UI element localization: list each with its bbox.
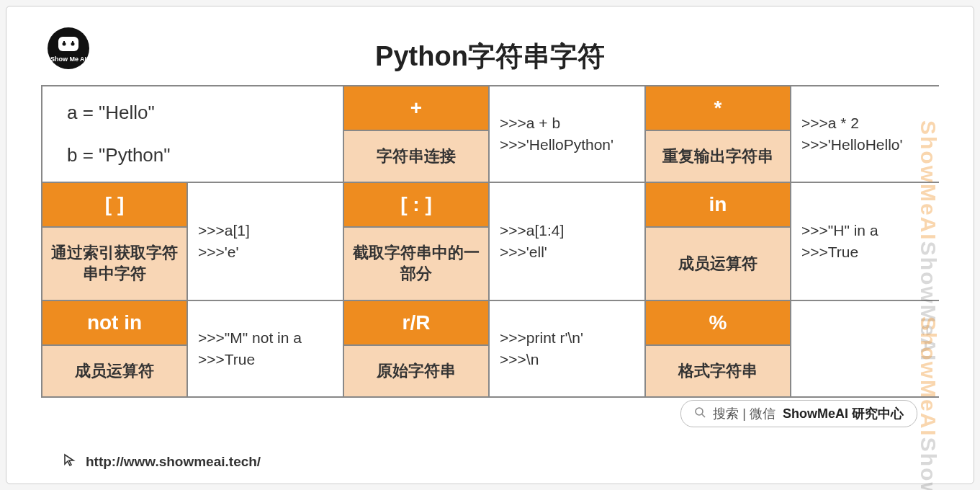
op-slice-symbol: [ : ] [344, 183, 488, 226]
svg-point-7 [696, 408, 703, 415]
op-notin-symbol: not in [42, 301, 186, 344]
svg-point-3 [71, 43, 75, 46]
operators-grid: a = "Hello" b = "Python" + >>>a + b >>>'… [41, 85, 939, 398]
svg-rect-1 [58, 37, 78, 51]
op-star-example: >>>a * 2 >>>'HelloHello' [791, 86, 946, 182]
op-format-symbol: % [646, 301, 790, 344]
svg-text:Show Me AI: Show Me AI [50, 55, 86, 63]
op-slice-example: >>>a[1:4] >>>'ell' [490, 183, 644, 300]
search-brand: ShowMeAI 研究中心 [783, 405, 904, 422]
search-icon [694, 406, 706, 422]
op-in-desc: 成员运算符 [646, 228, 790, 300]
svg-point-2 [63, 43, 66, 46]
showmeai-logo: Show Me AI [47, 27, 90, 70]
op-slice-desc: 截取字符串中的一部分 [344, 228, 488, 300]
op-index-symbol: [ ] [42, 183, 186, 226]
op-raw-symbol: r/R [344, 301, 488, 344]
op-star-desc: 重复输出字符串 [646, 131, 790, 182]
slide-page: Show Me AI Python字符串字符 a = "Hello" b = "… [6, 6, 974, 484]
op-in-symbol: in [646, 183, 790, 226]
op-plus-desc: 字符串连接 [344, 131, 488, 182]
var-a: a = "Hello" [67, 102, 155, 124]
op-format-example [791, 301, 946, 396]
op-raw-example: >>>print r'\n' >>>\n [490, 301, 644, 396]
search-overlay: 搜索 | 微信 ShowMeAI 研究中心 [680, 400, 917, 427]
search-hint: 搜索 | 微信 [713, 405, 776, 422]
op-index-desc: 通过索引获取字符串中字符 [42, 228, 186, 300]
svg-line-8 [702, 414, 705, 417]
op-index-example: >>>a[1] >>>'e' [188, 183, 343, 300]
footer: http://www.showmeai.tech/ [63, 453, 261, 471]
page-title: Python字符串字符 [41, 38, 939, 75]
op-format-desc: 格式字符串 [646, 346, 790, 396]
footer-url: http://www.showmeai.tech/ [86, 454, 261, 470]
op-star-symbol: * [646, 86, 790, 130]
op-plus-symbol: + [344, 86, 488, 130]
op-in-example: >>>"H" in a >>>True [791, 183, 946, 300]
variable-definitions: a = "Hello" b = "Python" [42, 86, 343, 182]
op-plus-example: >>>a + b >>>'HelloPython' [490, 86, 644, 182]
op-notin-desc: 成员运算符 [42, 346, 186, 396]
op-raw-desc: 原始字符串 [344, 346, 488, 396]
var-b: b = "Python" [67, 144, 171, 166]
op-notin-example: >>>"M" not in a >>>True [188, 301, 343, 396]
cursor-icon [63, 453, 77, 471]
